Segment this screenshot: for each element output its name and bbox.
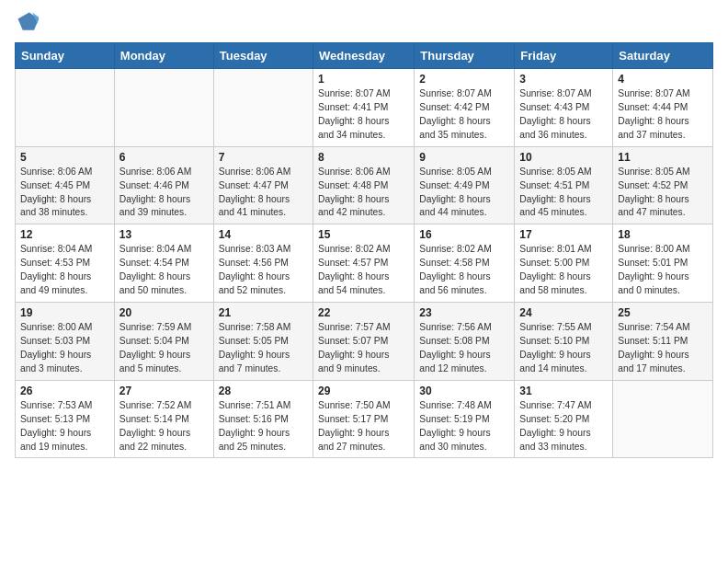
day-info: Sunrise: 8:00 AM Sunset: 5:03 PM Dayligh… — [20, 321, 109, 376]
day-info: Sunrise: 7:58 AM Sunset: 5:05 PM Dayligh… — [219, 321, 308, 376]
calendar-day-cell — [213, 69, 313, 147]
day-number: 21 — [219, 306, 308, 319]
logo-icon — [15, 9, 40, 35]
header — [15, 9, 713, 35]
day-info: Sunrise: 7:51 AM Sunset: 5:16 PM Dayligh… — [219, 399, 308, 454]
calendar-day-cell: 27Sunrise: 7:52 AM Sunset: 5:14 PM Dayli… — [114, 380, 213, 458]
day-number: 14 — [219, 228, 308, 241]
day-info: Sunrise: 8:03 AM Sunset: 4:56 PM Dayligh… — [219, 243, 308, 298]
logo — [15, 9, 44, 35]
calendar-week-row-5: 26Sunrise: 7:53 AM Sunset: 5:13 PM Dayli… — [16, 380, 713, 458]
calendar-day-cell: 1Sunrise: 8:07 AM Sunset: 4:41 PM Daylig… — [313, 69, 415, 147]
day-info: Sunrise: 8:07 AM Sunset: 4:42 PM Dayligh… — [419, 87, 509, 143]
day-info: Sunrise: 8:05 AM Sunset: 4:49 PM Dayligh… — [419, 166, 509, 221]
calendar-week-row-4: 19Sunrise: 8:00 AM Sunset: 5:03 PM Dayli… — [16, 303, 713, 381]
day-number: 28 — [219, 385, 308, 397]
day-number: 6 — [119, 151, 209, 164]
day-info: Sunrise: 8:04 AM Sunset: 4:53 PM Dayligh… — [20, 243, 109, 298]
weekday-header-friday: Friday — [515, 43, 613, 69]
calendar-day-cell: 12Sunrise: 8:04 AM Sunset: 4:53 PM Dayli… — [16, 224, 115, 303]
day-number: 29 — [318, 385, 409, 397]
calendar-day-cell: 15Sunrise: 8:02 AM Sunset: 4:57 PM Dayli… — [313, 224, 415, 303]
calendar-day-cell: 23Sunrise: 7:56 AM Sunset: 5:08 PM Dayli… — [415, 303, 515, 381]
day-number: 2 — [419, 73, 509, 86]
day-number: 4 — [618, 73, 708, 86]
day-info: Sunrise: 7:54 AM Sunset: 5:11 PM Dayligh… — [618, 321, 708, 376]
day-number: 15 — [318, 228, 409, 241]
calendar-day-cell: 17Sunrise: 8:01 AM Sunset: 5:00 PM Dayli… — [515, 224, 613, 303]
day-info: Sunrise: 7:59 AM Sunset: 5:04 PM Dayligh… — [119, 321, 209, 376]
day-info: Sunrise: 8:06 AM Sunset: 4:47 PM Dayligh… — [219, 166, 308, 221]
day-number: 16 — [419, 228, 509, 241]
calendar-week-row-1: 1Sunrise: 8:07 AM Sunset: 4:41 PM Daylig… — [16, 69, 713, 147]
day-info: Sunrise: 7:53 AM Sunset: 5:13 PM Dayligh… — [20, 399, 109, 454]
day-info: Sunrise: 8:06 AM Sunset: 4:46 PM Dayligh… — [119, 166, 209, 221]
day-info: Sunrise: 8:02 AM Sunset: 4:57 PM Dayligh… — [318, 243, 409, 298]
day-number: 24 — [519, 306, 608, 319]
day-number: 10 — [519, 151, 608, 164]
calendar-day-cell: 24Sunrise: 7:55 AM Sunset: 5:10 PM Dayli… — [515, 303, 613, 381]
day-info: Sunrise: 7:47 AM Sunset: 5:20 PM Dayligh… — [519, 399, 608, 454]
day-info: Sunrise: 8:05 AM Sunset: 4:51 PM Dayligh… — [519, 166, 608, 221]
calendar-day-cell: 14Sunrise: 8:03 AM Sunset: 4:56 PM Dayli… — [213, 224, 313, 303]
calendar-day-cell: 13Sunrise: 8:04 AM Sunset: 4:54 PM Dayli… — [114, 224, 213, 303]
day-number: 23 — [419, 306, 509, 319]
calendar-day-cell — [16, 69, 115, 147]
day-number: 27 — [119, 385, 209, 397]
day-info: Sunrise: 8:06 AM Sunset: 4:48 PM Dayligh… — [318, 166, 409, 221]
day-number: 25 — [618, 306, 708, 319]
day-number: 12 — [20, 228, 109, 241]
day-number: 11 — [618, 151, 708, 164]
day-info: Sunrise: 8:07 AM Sunset: 4:41 PM Dayligh… — [318, 87, 409, 143]
day-info: Sunrise: 8:06 AM Sunset: 4:45 PM Dayligh… — [20, 166, 109, 221]
day-number: 18 — [618, 228, 708, 241]
day-number: 17 — [519, 228, 608, 241]
weekday-header-row: SundayMondayTuesdayWednesdayThursdayFrid… — [16, 43, 713, 69]
day-number: 31 — [519, 385, 608, 397]
calendar-day-cell: 11Sunrise: 8:05 AM Sunset: 4:52 PM Dayli… — [613, 146, 713, 224]
calendar-day-cell: 4Sunrise: 8:07 AM Sunset: 4:44 PM Daylig… — [613, 69, 713, 147]
page: SundayMondayTuesdayWednesdayThursdayFrid… — [0, 0, 728, 473]
calendar-week-row-3: 12Sunrise: 8:04 AM Sunset: 4:53 PM Dayli… — [16, 224, 713, 303]
day-number: 5 — [20, 151, 109, 164]
calendar-day-cell: 16Sunrise: 8:02 AM Sunset: 4:58 PM Dayli… — [415, 224, 515, 303]
day-info: Sunrise: 8:07 AM Sunset: 4:44 PM Dayligh… — [618, 87, 708, 143]
calendar-day-cell: 8Sunrise: 8:06 AM Sunset: 4:48 PM Daylig… — [313, 146, 415, 224]
weekday-header-wednesday: Wednesday — [313, 43, 415, 69]
calendar-day-cell: 25Sunrise: 7:54 AM Sunset: 5:11 PM Dayli… — [613, 303, 713, 381]
day-number: 20 — [119, 306, 209, 319]
day-number: 19 — [20, 306, 109, 319]
calendar-day-cell: 18Sunrise: 8:00 AM Sunset: 5:01 PM Dayli… — [613, 224, 713, 303]
day-number: 7 — [219, 151, 308, 164]
calendar-day-cell: 20Sunrise: 7:59 AM Sunset: 5:04 PM Dayli… — [114, 303, 213, 381]
day-info: Sunrise: 7:52 AM Sunset: 5:14 PM Dayligh… — [119, 399, 209, 454]
calendar-day-cell: 29Sunrise: 7:50 AM Sunset: 5:17 PM Dayli… — [313, 380, 415, 458]
calendar-day-cell: 21Sunrise: 7:58 AM Sunset: 5:05 PM Dayli… — [213, 303, 313, 381]
day-number: 30 — [419, 385, 509, 397]
day-info: Sunrise: 7:55 AM Sunset: 5:10 PM Dayligh… — [519, 321, 608, 376]
calendar-day-cell: 2Sunrise: 8:07 AM Sunset: 4:42 PM Daylig… — [415, 69, 515, 147]
calendar-day-cell: 5Sunrise: 8:06 AM Sunset: 4:45 PM Daylig… — [16, 146, 115, 224]
day-info: Sunrise: 8:04 AM Sunset: 4:54 PM Dayligh… — [119, 243, 209, 298]
calendar-day-cell: 31Sunrise: 7:47 AM Sunset: 5:20 PM Dayli… — [515, 380, 613, 458]
weekday-header-sunday: Sunday — [16, 43, 115, 69]
day-number: 22 — [318, 306, 409, 319]
calendar-day-cell — [613, 380, 713, 458]
calendar-day-cell: 10Sunrise: 8:05 AM Sunset: 4:51 PM Dayli… — [515, 146, 613, 224]
day-info: Sunrise: 7:57 AM Sunset: 5:07 PM Dayligh… — [318, 321, 409, 376]
weekday-header-tuesday: Tuesday — [213, 43, 313, 69]
weekday-header-saturday: Saturday — [613, 43, 713, 69]
calendar-day-cell: 28Sunrise: 7:51 AM Sunset: 5:16 PM Dayli… — [213, 380, 313, 458]
calendar-day-cell: 30Sunrise: 7:48 AM Sunset: 5:19 PM Dayli… — [415, 380, 515, 458]
weekday-header-thursday: Thursday — [415, 43, 515, 69]
day-number: 8 — [318, 151, 409, 164]
calendar-day-cell: 19Sunrise: 8:00 AM Sunset: 5:03 PM Dayli… — [16, 303, 115, 381]
day-number: 13 — [119, 228, 209, 241]
day-info: Sunrise: 8:01 AM Sunset: 5:00 PM Dayligh… — [519, 243, 608, 298]
day-info: Sunrise: 7:56 AM Sunset: 5:08 PM Dayligh… — [419, 321, 509, 376]
calendar-table: SundayMondayTuesdayWednesdayThursdayFrid… — [15, 42, 713, 458]
calendar-day-cell: 9Sunrise: 8:05 AM Sunset: 4:49 PM Daylig… — [415, 146, 515, 224]
day-number: 9 — [419, 151, 509, 164]
day-number: 1 — [318, 73, 409, 86]
day-info: Sunrise: 7:50 AM Sunset: 5:17 PM Dayligh… — [318, 399, 409, 454]
